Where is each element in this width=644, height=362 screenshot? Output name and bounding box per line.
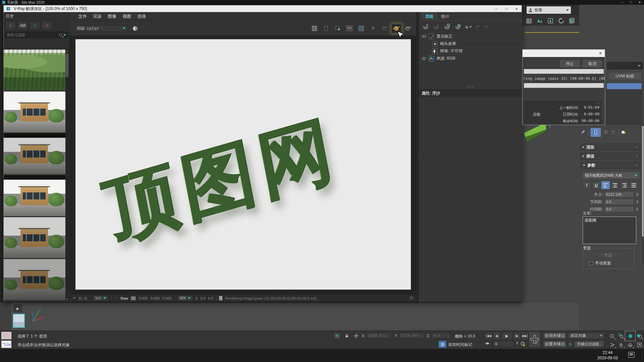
zoom-extents-icon[interactable] <box>626 332 635 340</box>
channel-dropdown[interactable]: RGB color <box>75 25 128 32</box>
history-save-button[interactable]: + <box>6 21 16 29</box>
dialog-close-icon[interactable]: ✕ <box>599 51 602 56</box>
modifier-list-dropdown[interactable] <box>607 62 643 69</box>
pan-hand-icon[interactable] <box>617 341 626 349</box>
orbit-icon[interactable] <box>626 341 635 349</box>
compare-frame-icon[interactable] <box>357 24 366 33</box>
modifier-stack-selected-row[interactable] <box>607 83 642 89</box>
update-button[interactable]: 更新 <box>597 252 619 258</box>
x-coordinate-field[interactable]: 5389.572 <box>366 333 392 339</box>
kerning-field[interactable]: 0.0 <box>604 199 634 205</box>
zoom-percent-button[interactable]: 50% <box>345 24 354 33</box>
kerning-spinner[interactable] <box>636 200 638 203</box>
vfb-maximize-button[interactable]: □ <box>501 7 512 11</box>
pin-stack-icon[interactable] <box>581 129 586 135</box>
italic-button[interactable]: I <box>583 181 591 189</box>
history-thumbnail[interactable] <box>4 92 65 132</box>
scrollbar-thumb[interactable] <box>642 126 644 237</box>
menu-render[interactable]: 渲染 <box>93 13 102 19</box>
visibility-eye-icon[interactable] <box>422 35 426 38</box>
auto-key-button[interactable]: 自动关键点 <box>543 333 566 339</box>
modifier-stack-list[interactable] <box>606 83 642 125</box>
notification-center-icon[interactable] <box>628 352 635 358</box>
layer-row-display-correction[interactable]: 显示校正 <box>419 33 522 40</box>
selection-region-icon[interactable] <box>334 333 340 339</box>
time-tag-cube-icon[interactable] <box>439 341 446 348</box>
size-spinner[interactable] <box>636 193 638 196</box>
tab-statistics[interactable]: 统计 <box>438 13 452 20</box>
vfb-close-button[interactable]: ✕ <box>512 7 522 11</box>
add-layer-icon[interactable] <box>422 23 429 31</box>
uvw-map-button[interactable]: UVW 贴图 <box>608 72 642 80</box>
frame-step-icon[interactable]: ◀▶ <box>485 342 490 345</box>
layer-row-source[interactable]: 来源: RGB <box>419 55 522 62</box>
dialog-titlebar[interactable]: ✕ <box>523 50 605 57</box>
remove-modifier-trash-icon[interactable] <box>611 129 616 135</box>
leading-spinner[interactable] <box>636 207 638 211</box>
next-frame-button[interactable]: |▶ <box>513 332 521 340</box>
zoom-extents-all-icon[interactable] <box>635 332 644 340</box>
history-thumbnail[interactable] <box>4 175 65 216</box>
rollout-parameters[interactable]: 参数⠿ <box>580 162 641 169</box>
history-thumbnail[interactable] <box>4 259 65 300</box>
history-thumbnail[interactable] <box>4 50 65 90</box>
render-last-teapot-icon[interactable] <box>380 24 389 33</box>
color-sphere-icon[interactable] <box>130 24 140 33</box>
panel-splitter[interactable] <box>416 12 419 302</box>
show-end-result-toggle[interactable] <box>591 128 601 137</box>
rendered-image[interactable]: 顶图网 <box>75 39 411 290</box>
scroll-down-arrow[interactable]: ▼ <box>66 298 68 301</box>
zoom-region-icon[interactable] <box>617 332 626 340</box>
hsv-dropdown[interactable]: HSV <box>177 295 193 301</box>
layer-row-denoiser[interactable]: 降噪: 不可用 <box>419 48 522 55</box>
stop-render-teapot-icon[interactable] <box>404 24 413 33</box>
show-desktop-divider[interactable] <box>642 350 642 360</box>
menu-image[interactable]: 图像 <box>108 13 116 19</box>
visibility-eye-icon[interactable] <box>422 57 426 60</box>
manual-update-checkbox[interactable] <box>589 261 593 265</box>
splitter-grip[interactable]: ⠿⠿⠿ <box>467 86 475 89</box>
tab-hierarchy[interactable]: 层级 <box>422 12 437 20</box>
leading-field[interactable]: 0.0 <box>604 206 634 212</box>
clear-image-icon[interactable] <box>321 24 331 33</box>
menu-view[interactable]: 视图 <box>122 13 131 19</box>
layer-explorer-icon[interactable] <box>525 17 533 25</box>
make-unique-icon[interactable] <box>603 129 608 136</box>
history-thumbnail[interactable] <box>4 133 65 174</box>
set-keys-button[interactable] <box>529 332 540 347</box>
underline-button[interactable]: U <box>592 181 600 189</box>
go-to-start-button[interactable]: |◀◀ <box>485 332 492 340</box>
key-filters-icon[interactable] <box>567 341 574 348</box>
mini-curve-editor-button[interactable]: ▶ <box>13 305 22 312</box>
layers-menu-icon[interactable]: ≡ <box>465 24 472 30</box>
undo-icon[interactable]: ↶ <box>476 24 480 29</box>
history-thumbnail[interactable] <box>4 217 65 258</box>
menu-options[interactable]: 选项 <box>137 13 146 19</box>
time-configuration-clock-icon[interactable] <box>519 341 526 347</box>
history-delete-button[interactable]: ✕ <box>42 21 52 29</box>
size-field[interactable]: 6131.109 <box>604 191 634 197</box>
scrollbar-thumb[interactable] <box>66 54 68 77</box>
viewport-preview-swatch[interactable] <box>13 314 25 328</box>
cancel-button[interactable]: 取消 <box>583 60 602 67</box>
history-scrollbar[interactable]: ▲ ▼ <box>65 50 69 301</box>
eyedropper-icon[interactable] <box>114 296 118 301</box>
stop-button[interactable]: 停止 <box>560 60 580 67</box>
environment-override-icon[interactable] <box>568 17 576 25</box>
save-layer-tree-icon[interactable] <box>444 23 450 31</box>
menu-file[interactable]: 文件 <box>78 13 87 19</box>
configure-modifier-sets-icon[interactable] <box>621 129 626 136</box>
pixel-zoom-dropdown[interactable]: 1x1 <box>93 295 108 301</box>
close-button[interactable]: ✕ <box>635 1 644 4</box>
maxscript-mini-listener-white[interactable]: "Liw <box>1 341 11 348</box>
delete-layer-icon[interactable] <box>433 23 440 31</box>
font-dropdown[interactable]: 锐字驰黑武汉N95 大粗 <box>583 172 640 179</box>
transform-gizmo-icon[interactable] <box>353 333 360 339</box>
align-left-button[interactable] <box>601 181 610 189</box>
log-icon[interactable] <box>410 296 414 301</box>
y-coordinate-field[interactable]: 5724.697 <box>399 333 425 339</box>
command-panel-scrollbar[interactable] <box>642 123 644 263</box>
play-animation-button[interactable]: ▶ <box>501 332 513 340</box>
rollout-render[interactable]: 渲染⠿ <box>580 143 641 151</box>
set-key-button[interactable]: 设置关键点 <box>543 341 566 347</box>
